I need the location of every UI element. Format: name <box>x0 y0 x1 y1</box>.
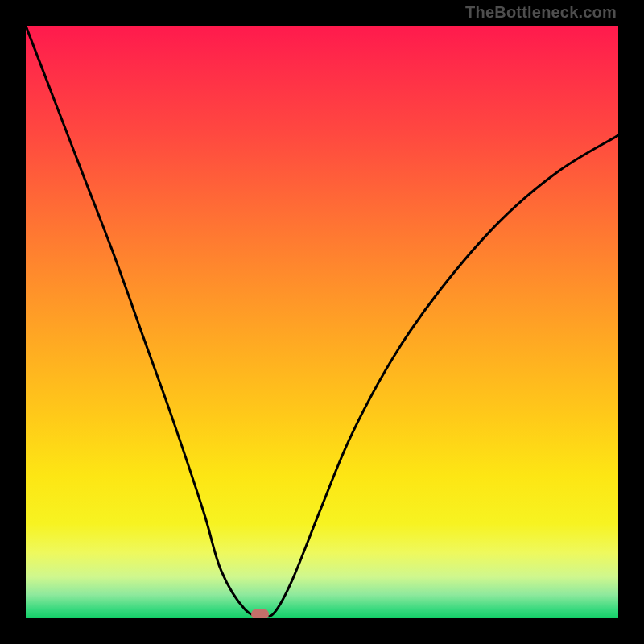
chart-frame: TheBottleneck.com <box>0 0 644 644</box>
minimum-marker <box>251 609 269 618</box>
curve-layer <box>26 26 618 618</box>
watermark-text: TheBottleneck.com <box>465 3 617 22</box>
bottleneck-curve <box>26 26 618 617</box>
plot-area <box>26 26 618 618</box>
